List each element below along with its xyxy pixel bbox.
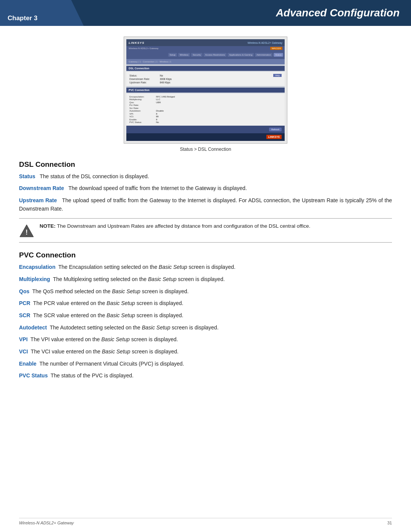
footer-page-number: 31 <box>387 521 392 525</box>
ss-pvc-auto-row: Autodetect: Disable <box>129 110 282 112</box>
ss-dsl-status-value: No <box>160 74 163 77</box>
ss-dsl-header: DSL Connection <box>126 66 285 71</box>
ss-pvc-encap-row: Encapsulation: RFC 1483 Bridged <box>129 96 282 98</box>
ss-pvc-enable-label: Enable: <box>129 118 156 121</box>
page-title: Advanced Configuration <box>276 7 400 19</box>
dsl-status-desc: The status of the DSL connection is disp… <box>40 173 149 179</box>
dsl-status-term: Status <box>19 173 35 179</box>
ss-pvc-mux-val: LLC <box>156 98 160 101</box>
pvc-status-para: PVC Status The status of the PVC is disp… <box>19 372 392 380</box>
ss-upstream-label: Upstream Rate: <box>129 81 160 84</box>
ss-pvc-enable-val: 8 <box>156 118 157 121</box>
pvc-vci-para: VCI The VCI value entered on the Basic S… <box>19 348 392 356</box>
dsl-upstream-term: Upstream Rate <box>19 197 57 203</box>
note-body: The Downstream and Upstream Rates are af… <box>57 223 311 229</box>
pvc-encap-para: Encapsulation The Encapsulation setting … <box>19 263 392 272</box>
ss-pvc-encap-label: Encapsulation: <box>129 96 156 98</box>
ss-help-btn[interactable]: Help <box>273 74 282 77</box>
screenshot-container: LINKSYS Wireless-N ADSL2+ Gateway Wirele… <box>124 37 287 144</box>
ss-pvc-qos-val: UBR <box>156 101 161 104</box>
note-box: ! NOTE: The Downstream and Upstream Rate… <box>19 218 392 243</box>
ss-pvc-vpi-val: 8 <box>156 113 157 115</box>
ss-pvc-vpi-row: VPI: 8 <box>129 113 282 115</box>
pvc-scr-term: SCR <box>19 312 30 318</box>
note-icon: ! <box>19 223 34 238</box>
pvc-pcr-term: PCR <box>19 300 30 306</box>
main-content: LINKSYS Wireless-N ADSL2+ Gateway Wirele… <box>0 26 411 399</box>
pvc-auto-term: Autodetect <box>19 324 47 331</box>
ss-nav-apps: Applications & Gaming <box>228 53 254 57</box>
chapter-label: Chapter 3 <box>0 0 84 26</box>
ss-pvc-pcr-label: Pcr Rate: <box>129 104 156 106</box>
ss-breadcrumb-text: Gateway | 1 - Connection | 1 - Wireless … <box>129 61 171 63</box>
dsl-downstream-para: Downstream Rate The download speed of tr… <box>19 184 392 193</box>
screenshot-inner: LINKSYS Wireless-N ADSL2+ Gateway Wirele… <box>126 39 285 141</box>
dsl-upstream-para: Upstream Rate The upload speed of traffi… <box>19 197 392 213</box>
ss-nav-status: Status <box>274 53 283 57</box>
pvc-encap-term: Encapsulation <box>19 264 56 270</box>
screenshot-caption: Status > DSL Connection <box>19 147 392 152</box>
ss-dsl-status-row: Status: No Help <box>129 74 282 77</box>
ss-model-badge: WAG320 <box>270 47 282 50</box>
ss-pvc-scr-label: Scr Rate: <box>129 107 156 109</box>
header-title-area: Advanced Configuration <box>84 0 411 26</box>
ss-pvc-enable-row: Enable: 8 <box>129 118 282 121</box>
ss-nav-security: Security <box>191 53 202 57</box>
page-footer: Wireless-N ADSL2+ Gateway 31 <box>19 518 392 525</box>
pvc-qos-para: Qos The QoS method selected on the Basic… <box>19 288 392 296</box>
ss-model-text: Wireless-N ADSL2+ Gateway <box>247 42 282 44</box>
pvc-vpi-para: VPI The VPI value entered on the Basic S… <box>19 335 392 344</box>
pvc-vpi-term: VPI <box>19 336 28 342</box>
ss-nav: Setup Wireless Security Access Restricti… <box>126 51 285 59</box>
ss-pvc-mux-row: Multiplexing: LLC <box>129 98 282 101</box>
note-label: NOTE: <box>40 223 56 229</box>
ss-pvc-scr-row: Scr Rate: <box>129 107 282 109</box>
ss-pvc-vpi-label: VPI: <box>129 113 156 115</box>
ss-pvc-body: Encapsulation: RFC 1483 Bridged Multiple… <box>126 93 285 126</box>
pvc-scr-para: SCR The SCR value entered on the Basic S… <box>19 312 392 320</box>
ss-linksys-badge: LINKSYS <box>266 135 282 139</box>
ss-pvc-qos-label: Qos: <box>129 101 156 104</box>
ss-refresh-btn[interactable]: Refresh <box>269 128 282 131</box>
ss-pvc-vci-row: VCI: 88 <box>129 115 282 118</box>
header-bar: Chapter 3 Advanced Configuration <box>0 0 411 26</box>
ss-pvc-status-val: No <box>156 121 159 123</box>
ss-dsl-body: Status: No Help Downstream Rate: 3008 Kb… <box>126 72 285 86</box>
ss-pvc-header: PVC Connection <box>126 88 285 93</box>
ss-pvc-pcr-row: Pcr Rate: <box>129 104 282 106</box>
ss-gateway-label: Wireless-N ADSL2+ Gateway <box>129 47 159 50</box>
pvc-enable-para: Enable The number of Permanent Virtual C… <box>19 360 392 368</box>
pvc-qos-term: Qos <box>19 288 29 294</box>
ss-footer-bar: Refresh <box>126 126 285 133</box>
pvc-status-term: PVC Status <box>19 372 48 379</box>
ss-breadcrumb: Gateway | 1 - Connection | 1 - Wireless … <box>126 59 285 64</box>
ss-nav-admin: Administration <box>255 53 272 57</box>
dsl-section-title: DSL Connection <box>19 160 392 169</box>
ss-upstream-row: Upstream Rate: 848 Kbps <box>129 81 282 84</box>
dsl-downstream-term: Downstream Rate <box>19 185 64 191</box>
ss-pvc-vci-val: 88 <box>156 115 159 118</box>
ss-pvc-encap-val: RFC 1483 Bridged <box>156 96 175 98</box>
dsl-upstream-desc: The upload speed of traffic from the Gat… <box>19 197 392 212</box>
ss-downstream-label: Downstream Rate: <box>129 78 160 80</box>
pvc-vci-term: VCI <box>19 348 28 355</box>
ss-pvc-auto-label: Autodetect: <box>129 110 156 112</box>
svg-text:!: ! <box>25 228 28 236</box>
ss-nav-setup: Setup <box>168 53 177 57</box>
ss-pvc-status-label: PVC Status: <box>129 121 156 123</box>
ss-pvc-mux-label: Multiplexing: <box>129 98 156 101</box>
ss-downstream-row: Downstream Rate: 3008 Kbps <box>129 78 282 80</box>
ss-pvc-auto-val: Disable <box>156 110 164 112</box>
ss-upstream-value: 848 Kbps <box>160 81 170 84</box>
dsl-status-para: Status The status of the DSL connection … <box>19 173 392 181</box>
ss-logo: LINKSYS <box>129 41 145 45</box>
ss-downstream-value: 3008 Kbps <box>160 78 172 80</box>
chapter-text: Chapter 3 <box>8 14 37 22</box>
dsl-downstream-desc: The download speed of traffic from the I… <box>68 185 247 191</box>
ss-pvc-vci-label: VCI: <box>129 115 156 118</box>
ss-dsl-status-label: Status: <box>129 74 160 77</box>
ss-pvc-qos-row: Qos: UBR <box>129 101 282 104</box>
ss-nav-access: Access Restrictions <box>204 53 226 57</box>
pvc-mux-para: Multiplexing The Multiplexing setting se… <box>19 275 392 284</box>
pvc-section-title: PVC Connection <box>19 251 392 259</box>
